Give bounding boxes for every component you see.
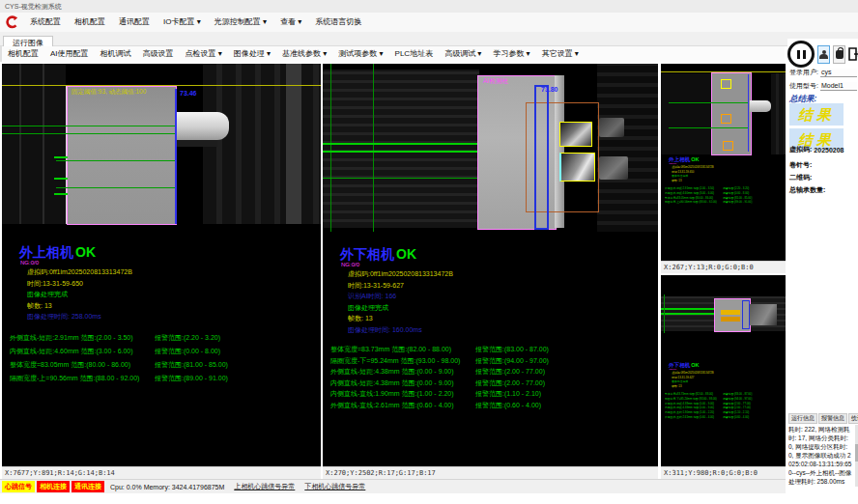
pixel-coordinate-readout: X:311;Y:980;R:0;G:0;B:0: [661, 466, 786, 479]
menu-item[interactable]: 相机配置: [68, 13, 112, 32]
menu-item[interactable]: 光源控制配置 ▾: [208, 13, 273, 32]
measurement-list: 外侧直线-短距:2.91mm 范围:(2.00 - 3.50)报警范围:(2.2…: [10, 331, 317, 385]
thumbnail-view-lower[interactable]: 外下相机OK NG:0/0 虚拟码:0ff1im2025020813313472…: [661, 275, 786, 479]
control-panel: 登录用户: cys 使用型号: Model1 总结果: 结果 结果 虚拟码: 2…: [787, 39, 858, 490]
toolbar-item[interactable]: 相机调试: [95, 46, 137, 62]
detect-highlight: [721, 310, 740, 315]
toolbar-item[interactable]: 图像处理 ▾: [228, 46, 276, 62]
camera-status: OK: [75, 244, 96, 260]
tab-connector: [750, 100, 771, 112]
camera-image-upper: 固定阈值:93, 动态阈值:100 73.46: [2, 64, 321, 224]
toolbar-item[interactable]: PLC地址表: [389, 46, 440, 62]
toolbar-item[interactable]: 测试项参数 ▾: [332, 46, 388, 62]
model-value[interactable]: Model1: [820, 82, 857, 91]
lock-button[interactable]: [833, 45, 845, 64]
toolbar-item[interactable]: 点检设置 ▾: [180, 46, 228, 62]
measure-value-label: 73.80: [541, 86, 558, 93]
menu-item[interactable]: 通讯配置: [112, 13, 157, 32]
defect-box-2: [559, 153, 595, 182]
app-logo-icon: [4, 14, 19, 30]
camera-name: 外下相机: [340, 246, 394, 262]
toolbar-item[interactable]: 其它设置 ▾: [536, 46, 585, 62]
result-overlay-upper: 外上相机OK NG:0/0 虚拟码:0ff1im2025020813313472…: [10, 245, 317, 385]
menu-item[interactable]: 系统语言切换: [308, 13, 368, 32]
time-line: 时间:13-31-59-650: [27, 278, 317, 290]
measurement-row: 隔圈宽度-下=95.24mm 范围:(93.00 - 98.00)报警范围:(9…: [330, 355, 654, 367]
upper-camera-heartbeat-link[interactable]: 上相机心跳信号异常: [234, 482, 295, 491]
info-tab[interactable]: 报警信息: [818, 413, 847, 424]
result-box-upper: 结果: [789, 103, 844, 126]
toolbar-item[interactable]: AI使用配置: [44, 46, 95, 62]
measure-value-label: 73.46: [180, 90, 197, 97]
roi-product: [67, 86, 177, 225]
run-log: 耗时: 222, 网络检测耗时: 17, 网络分类耗时: 0, 网络提取分区耗时…: [788, 425, 852, 487]
thumbnail-overlay-lower: 外下相机OK NG:0/0 虚拟码:0ff1im2025020813313472…: [665, 362, 786, 464]
comm-connect-badge: 通讯连接: [72, 481, 104, 492]
thumbnail-overlay-upper: 外上相机OK NG:0/0 虚拟码:0ff1im2025020813313472…: [665, 156, 786, 259]
ng-counter: NG:0/0: [341, 262, 654, 268]
window-titlebar: CYS-视觉检测系统: [0, 0, 858, 13]
menu-item[interactable]: 系统配置: [23, 13, 68, 32]
lower-camera-heartbeat-link[interactable]: 下相机心跳信号异常: [304, 482, 365, 491]
info-tab[interactable]: 运行信息: [788, 413, 817, 424]
proc-time-line: 图像处理时间: 258.00ms: [27, 311, 317, 322]
thumbnail-image-upper: [661, 64, 786, 160]
qr-code-label: 二维码:: [789, 173, 812, 182]
machine-background: [323, 70, 479, 228]
measurement-row: 隔圈宽度-上=90.56mm 范围:(88.00 - 92.00)报警范围:(8…: [10, 372, 317, 385]
menu-item[interactable]: 查看 ▾: [273, 13, 308, 32]
thumbnail-image-lower: [661, 275, 786, 343]
detect-box: [721, 79, 731, 89]
time-line: 时间:13-31-59-627: [348, 280, 654, 292]
measurement-row: 整体宽度=83.73mm 范围:(82.00 - 88.00)报警范围:(83.…: [330, 344, 654, 355]
process-done-line: 图像处理完成: [27, 289, 317, 300]
barcode-value: 20250208: [814, 147, 844, 154]
measurement-row: 内侧直线-短距:4.60mm 范围:(3.00 - 6.00)报警范围:(0.0…: [10, 345, 317, 358]
toolbar-item[interactable]: 高级设置: [137, 46, 180, 62]
measurement-row: 外侧直线-短距:4.38mm 范围:(0.00 - 9.00)报警范围:(2.0…: [330, 366, 654, 378]
measurement-row: 内侧直线-短距:4.38mm 范围:(0.00 - 9.00)报警范围:(2.0…: [330, 378, 654, 389]
ai-time-line: 识别AI时间: 166: [348, 291, 654, 302]
pixel-coordinate-readout: X:267;Y:13;R:0;G:0;B:0: [661, 261, 786, 273]
camera-view-upper[interactable]: 固定阈值:93, 动态阈值:100 73.46 外上相机OK NG:0/0 虚拟…: [2, 64, 321, 479]
menu-items: 系统配置相机配置通讯配置IO卡配置 ▾光源控制配置 ▾查看 ▾系统语言切换: [23, 13, 368, 32]
user-login-button[interactable]: [817, 45, 830, 64]
toolbar-item[interactable]: 基准线参数 ▾: [276, 46, 332, 62]
measurement-row: 内侧直线-直线:1.90mm 范围:(1.00 - 2.20)报警范围:(1.1…: [330, 388, 654, 400]
measurement-row: 外侧直线-短距:2.91mm 范围:(2.00 - 3.50)报警范围:(2.2…: [10, 331, 317, 345]
exit-button[interactable]: [848, 45, 858, 64]
frame-line: 帧数: 13: [27, 300, 317, 312]
barcode-line: 虚拟码:0ff1im2025020813313472B: [348, 268, 654, 280]
camera-image-lower: AI检测框 73.80: [323, 64, 658, 232]
pause-button[interactable]: [787, 41, 815, 68]
tab-bar: 运行图像: [0, 32, 858, 46]
defect-box-1: [559, 122, 592, 147]
detect-box: [721, 114, 731, 124]
threshold-label: 固定阈值:93, 动态阈值:100: [72, 88, 146, 97]
machine-background: [2, 64, 66, 224]
info-tab[interactable]: 统计信息: [848, 413, 858, 424]
window-title: CYS-视觉检测系统: [5, 3, 62, 10]
menu-bar: 系统配置相机配置通讯配置IO卡配置 ▾光源控制配置 ▾查看 ▾系统语言切换: [0, 13, 858, 32]
barcode-line: 虚拟码:0ff1im2025020813313472B: [27, 266, 317, 278]
toolbar-item[interactable]: 高级调试 ▾: [439, 46, 487, 62]
toolbar-item[interactable]: 学习参数 ▾: [487, 46, 535, 62]
camera-status: OK: [396, 246, 416, 262]
cpu-memory-readout: Cpu: 0.0% Memory: 3424.41796875M: [110, 484, 224, 490]
login-user-value[interactable]: cys: [820, 69, 857, 77]
camera-name: 外上相机: [19, 244, 73, 260]
detect-box: [723, 141, 733, 151]
toolbar-item[interactable]: 相机配置: [2, 46, 44, 62]
settings-toolbar: 相机配置AI使用配置相机调试高级设置点检设置 ▾图像处理 ▾基准线参数 ▾测试项…: [0, 46, 785, 62]
model-label: 使用型号:: [789, 81, 818, 91]
total-count-label: 总轴承数量:: [789, 185, 825, 195]
thumbnail-view-upper[interactable]: 外上相机OK NG:0/0 虚拟码:0ff1im2025020813313472…: [661, 64, 786, 273]
control-buttons: [787, 41, 858, 68]
ng-counter: NG:0/0: [20, 260, 317, 266]
process-done-line: 图像处理完成: [348, 302, 654, 314]
login-user-label: 登录用户:: [789, 68, 818, 77]
measurement-row: 外侧直线-直线:2.61mm 范围:(0.60 - 4.00)报警范围:(0.6…: [330, 400, 654, 411]
info-tabs: 运行信息报警信息统计信息: [788, 413, 858, 424]
camera-view-lower[interactable]: AI检测框 73.80 外下相机OK NG:0/0 虚拟码:0ff1im2025…: [323, 64, 658, 479]
menu-item[interactable]: IO卡配置 ▾: [157, 13, 208, 32]
